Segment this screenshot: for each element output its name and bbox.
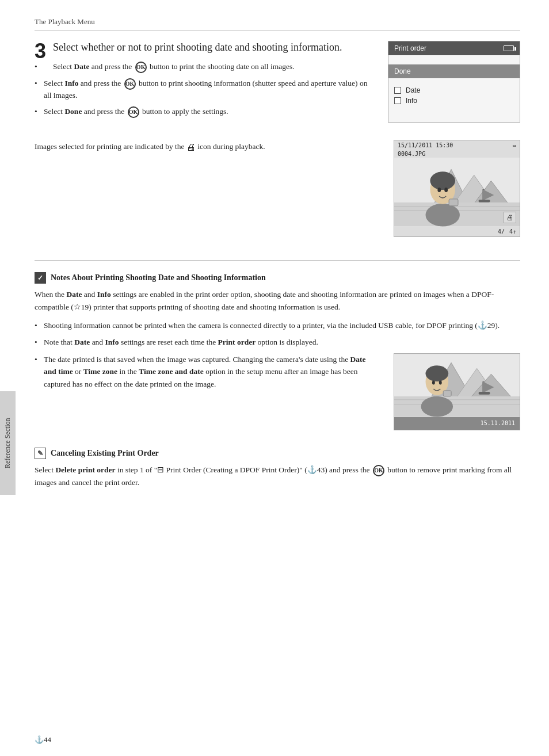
date-label: Date	[406, 86, 420, 94]
camera-datetime: 15/11/2011 15:30	[398, 142, 453, 148]
cancel-body: Select Delete print order in step 1 of "…	[35, 464, 520, 489]
ok-button-icon: OK	[135, 62, 147, 73]
camera2-illustration	[394, 354, 520, 417]
playback-section: Images selected for printing are indicat…	[35, 140, 520, 237]
cancel-title: ✎ Canceling Existing Print Order	[35, 448, 520, 459]
print-order-title: Print order	[394, 44, 426, 52]
pencil-icon: ✎	[35, 448, 46, 459]
svg-rect-15	[449, 199, 458, 206]
page-number: ⚓44	[35, 735, 51, 744]
svg-point-14	[444, 188, 448, 192]
cancel-title-text: Canceling Existing Print Order	[51, 449, 159, 458]
notes-title: ✓ Notes About Printing Shooting Date and…	[35, 272, 520, 284]
camera-illustration	[394, 158, 520, 227]
note-bullet-2: Note that Date and Info settings are res…	[35, 336, 520, 349]
page-footer: ⚓44	[35, 735, 520, 744]
print-icon: 🖨	[186, 140, 196, 155]
camera-image: 🖨	[394, 158, 520, 227]
page-header: The Playback Menu	[35, 17, 520, 30]
note-bullet-1: Shooting information cannot be printed w…	[35, 319, 520, 332]
print-order-done: Done	[388, 64, 520, 78]
bold-info: Info	[64, 79, 78, 87]
step-number: 3	[35, 41, 46, 62]
camera-screen2-footer: 15.11.2011	[394, 417, 520, 430]
side-label-text: Reference Section	[3, 418, 12, 468]
cancel-section: ✎ Canceling Existing Print Order Select …	[35, 448, 520, 489]
step3-bullets: Select Date and press the OK button to p…	[35, 61, 371, 118]
print-order-items: Date Info	[388, 83, 520, 113]
step3-content: 3 Select whether or not to print shootin…	[35, 41, 371, 123]
camera-screen2: 15.11.2011	[394, 353, 520, 430]
ok-button-icon3: OK	[128, 106, 139, 118]
svg-point-30	[439, 380, 442, 384]
print-order-panel: Print order Done Date Info	[388, 41, 520, 123]
date-info-text: The date printed is that saved when the …	[44, 353, 376, 430]
bullet-info: Select Info and press the OK button to p…	[35, 78, 371, 101]
ok-button-icon2: OK	[124, 78, 136, 90]
svg-point-13	[437, 188, 441, 192]
svg-rect-23	[394, 396, 520, 417]
svg-rect-6	[479, 200, 490, 203]
print-order-date-item: Date	[394, 86, 514, 94]
svg-point-29	[432, 380, 435, 384]
svg-rect-31	[443, 391, 451, 396]
page: Reference Section The Playback Menu 3 Se…	[0, 0, 549, 756]
step3-section: 3 Select whether or not to print shootin…	[35, 41, 520, 123]
svg-point-12	[430, 172, 455, 190]
camera-battery: ▭	[513, 142, 516, 148]
notes-body: When the Date and Info settings are enab…	[35, 288, 520, 313]
camera-filename: 0004.JPG	[398, 151, 425, 157]
camera-screen-header: 15/11/2011 15:30 ▭	[394, 140, 520, 150]
print-order-titlebar: Print order	[388, 41, 520, 55]
print-order-info-item: Info	[394, 97, 514, 105]
notes-bullets: Shooting information cannot be printed w…	[35, 319, 520, 430]
notes-section: ✓ Notes About Printing Shooting Date and…	[35, 272, 520, 430]
check-icon: ✓	[35, 272, 46, 284]
print-icon-overlay: 🖨	[504, 212, 516, 223]
bullet-done: Select Done and press the OK button to a…	[35, 106, 371, 118]
note-bullet-3: The date printed is that saved when the …	[35, 353, 520, 430]
svg-point-10	[426, 204, 460, 227]
svg-point-26	[421, 396, 453, 417]
ok-button-cancel: OK	[373, 465, 384, 476]
camera-screen: 15/11/2011 15:30 ▭ 0004.JPG	[394, 140, 520, 237]
info-label: Info	[406, 97, 417, 105]
bold-done: Done	[64, 107, 82, 116]
date-info-inner: The date printed is that saved when the …	[44, 353, 520, 430]
svg-rect-22	[479, 392, 490, 395]
camera-screen2-image	[394, 354, 520, 417]
header-title: The Playback Menu	[35, 17, 95, 26]
battery-icon	[504, 45, 514, 51]
bullet-date: Select Date and press the OK button to p…	[35, 61, 371, 73]
date-checkbox[interactable]	[394, 87, 401, 94]
camera-count1: 4/	[498, 228, 505, 235]
date-footer-text: 15.11.2011	[481, 420, 515, 426]
bold-date: Date	[74, 62, 89, 71]
step3-title: 3 Select whether or not to print shootin…	[35, 41, 371, 54]
info-checkbox[interactable]	[394, 97, 401, 104]
playback-text: Images selected for printing are indicat…	[35, 140, 376, 155]
camera-screen-footer: 4/ 4↑	[394, 227, 520, 236]
divider	[35, 260, 520, 261]
date-info-img: 15.11.2011	[394, 353, 520, 430]
side-label: Reference Section	[0, 391, 16, 495]
svg-point-28	[426, 365, 449, 381]
camera-count2: 4↑	[509, 228, 516, 235]
